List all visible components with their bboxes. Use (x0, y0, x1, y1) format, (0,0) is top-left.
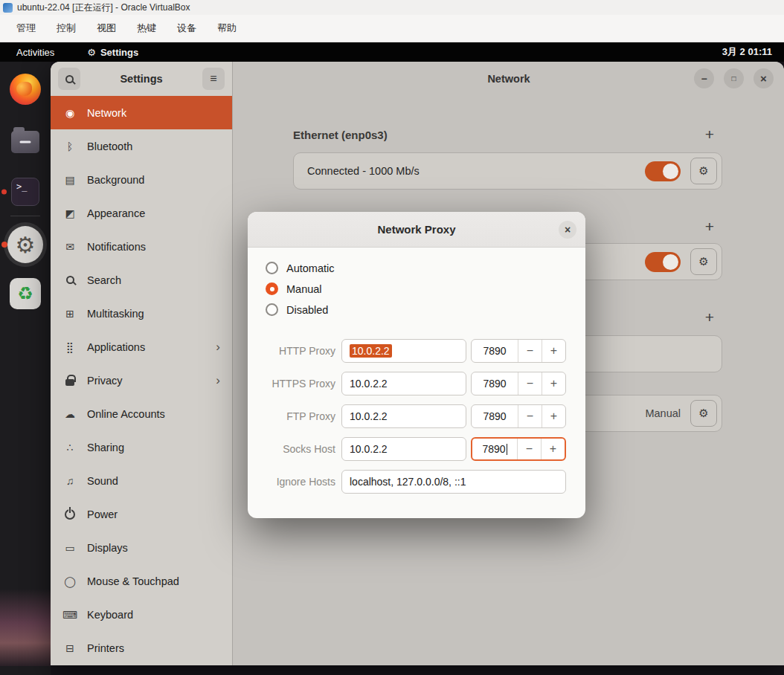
increment-button[interactable]: + (542, 372, 565, 395)
menu-control[interactable]: 控制 (46, 19, 86, 38)
maximize-button[interactable]: □ (724, 68, 744, 88)
socks-host-row: Socks Host 10.0.2.2 7890 − + (248, 437, 585, 461)
field-label: Socks Host (248, 443, 335, 455)
dock-firefox-button[interactable] (7, 71, 43, 107)
sidebar-item-notifications[interactable]: ✉ Notifications (51, 230, 232, 263)
sidebar-item-network[interactable]: ◉ Network (51, 96, 232, 129)
network-proxy-dialog: Network Proxy × Automatic Manual Disable… (248, 212, 585, 518)
menu-view[interactable]: 视图 (86, 19, 126, 38)
port-value[interactable]: 7890 (472, 345, 518, 357)
section-title: Ethernet (enp0s3) (293, 129, 388, 141)
sidebar-item-search[interactable]: Search (51, 263, 232, 297)
clock[interactable]: 3月 2 01:11 (722, 45, 772, 59)
https-proxy-host-input[interactable]: 10.0.2.2 (341, 372, 466, 395)
lock-icon (62, 375, 77, 386)
radio-automatic[interactable]: Automatic (266, 261, 585, 275)
menu-hotkeys[interactable]: 热键 (126, 19, 167, 38)
sidebar-item-printers[interactable]: ⊟ Printers (51, 631, 232, 665)
sidebar-header: Settings ≡ (51, 62, 232, 96)
sidebar-item-appearance[interactable]: ◩ Appearance (51, 196, 232, 230)
sidebar-item-privacy[interactable]: Privacy › (51, 364, 232, 397)
increment-button[interactable]: + (541, 439, 565, 459)
decrement-button[interactable]: − (518, 340, 542, 362)
https-proxy-row: HTTPS Proxy 10.0.2.2 7890 − + (248, 372, 585, 395)
dock-files-button[interactable] (7, 124, 43, 160)
settings-gear-icon: ⚙ (7, 226, 43, 263)
activities-button[interactable]: Activities (12, 45, 59, 59)
sidebar-item-label: Privacy (87, 375, 123, 387)
menu-manage[interactable]: 管理 (6, 19, 46, 38)
main-menu-button[interactable]: ≡ (202, 68, 225, 90)
search-icon (62, 276, 77, 284)
radio-manual[interactable]: Manual (266, 282, 585, 296)
minimize-button[interactable]: − (694, 68, 714, 88)
sidebar-item-keyboard[interactable]: ⌨ Keyboard (51, 598, 232, 631)
connection-toggle[interactable] (645, 252, 681, 272)
radio-disabled[interactable]: Disabled (266, 303, 585, 317)
decrement-button[interactable]: − (518, 372, 542, 395)
decrement-button[interactable]: − (518, 405, 542, 427)
selected-text: 10.0.2.2 (350, 344, 392, 358)
dock-software-button[interactable]: ♻ (7, 276, 43, 311)
ethernet-toggle[interactable] (645, 161, 681, 181)
software-recycle-icon: ♻ (10, 278, 41, 309)
sidebar-item-label: Keyboard (87, 609, 133, 621)
socks-host-input[interactable]: 10.0.2.2 (341, 437, 466, 461)
focused-app-menu[interactable]: ⚙ Settings (87, 47, 138, 58)
sidebar-item-applications[interactable]: ⣿ Applications › (51, 330, 232, 364)
chevron-right-icon: › (216, 373, 220, 388)
ftp-proxy-row: FTP Proxy 10.0.2.2 7890 − + (248, 404, 585, 428)
gnome-topbar: Activities ⚙ Settings 3月 2 01:11 (0, 42, 784, 62)
sidebar-item-sharing[interactable]: ∴ Sharing (51, 430, 232, 464)
proxy-form: HTTP Proxy 10.0.2.2 7890 − + HTTPS Proxy… (248, 339, 585, 494)
sidebar-item-bluetooth[interactable]: ᛒ Bluetooth (51, 129, 232, 163)
close-button[interactable]: × (754, 68, 774, 88)
network-icon: ◉ (62, 107, 77, 119)
ethernet-options-button[interactable]: ⚙ (690, 158, 717, 184)
notifications-icon: ✉ (62, 241, 77, 253)
host-value: 10.0.2.2 (350, 410, 388, 422)
increment-button[interactable]: + (542, 405, 565, 427)
host-value: 10.0.2.2 (350, 443, 388, 455)
terminal-icon: >_ (11, 178, 39, 206)
window-controls: − □ × (694, 68, 774, 88)
sidebar-item-power[interactable]: Power (51, 497, 232, 531)
ignore-hosts-input[interactable]: localhost, 127.0.0.0/8, ::1 (341, 470, 566, 494)
sidebar-item-online-accounts[interactable]: ☁ Online Accounts (51, 397, 232, 430)
dock-settings-button[interactable]: ⚙ (7, 224, 43, 265)
sidebar-item-label: Sound (87, 475, 118, 487)
sidebar-item-mouse-touchpad[interactable]: ◯ Mouse & Touchpad (51, 564, 232, 598)
multitasking-icon: ⊞ (62, 308, 77, 320)
sidebar-item-label: Multitasking (87, 308, 144, 320)
connection-options-button[interactable]: ⚙ (690, 248, 717, 275)
add-vpn-button[interactable]: + (697, 309, 722, 326)
dialog-title: Network Proxy (377, 223, 455, 236)
applications-grid-icon: ⣿ (62, 341, 77, 353)
add-connection-button[interactable]: + (697, 218, 722, 236)
share-icon: ∴ (62, 442, 77, 453)
sidebar-item-displays[interactable]: ▭ Displays (51, 531, 232, 564)
dialog-close-button[interactable]: × (559, 221, 576, 239)
sidebar-item-background[interactable]: ▤ Background (51, 163, 232, 196)
increment-button[interactable]: + (542, 340, 565, 362)
vbox-window-title: ubuntu-22.04 [正在运行] - Oracle VirtualBox (17, 1, 190, 14)
sidebar-item-label: Bluetooth (87, 141, 132, 152)
decrement-button[interactable]: − (517, 439, 541, 459)
menu-devices[interactable]: 设备 (167, 19, 207, 38)
port-value[interactable]: 7890 (472, 443, 517, 455)
focused-app-name: Settings (100, 47, 138, 58)
search-button[interactable] (58, 68, 80, 90)
hamburger-icon: ≡ (210, 72, 216, 85)
ftp-proxy-host-input[interactable]: 10.0.2.2 (341, 404, 466, 428)
dock-terminal-button[interactable]: >_ (7, 174, 43, 210)
sidebar-item-sound[interactable]: ♫ Sound (51, 464, 232, 497)
vbox-menubar: 管理 控制 视图 热键 设备 帮助 (0, 15, 784, 42)
page-title: Network (487, 73, 530, 85)
proxy-options-button[interactable]: ⚙ (690, 400, 717, 427)
sidebar-item-multitasking[interactable]: ⊞ Multitasking (51, 297, 232, 330)
add-ethernet-button[interactable]: + (697, 126, 722, 143)
port-value[interactable]: 7890 (472, 410, 518, 422)
http-proxy-host-input[interactable]: 10.0.2.2 (341, 339, 466, 363)
menu-help[interactable]: 帮助 (207, 19, 247, 38)
port-value[interactable]: 7890 (472, 378, 518, 390)
